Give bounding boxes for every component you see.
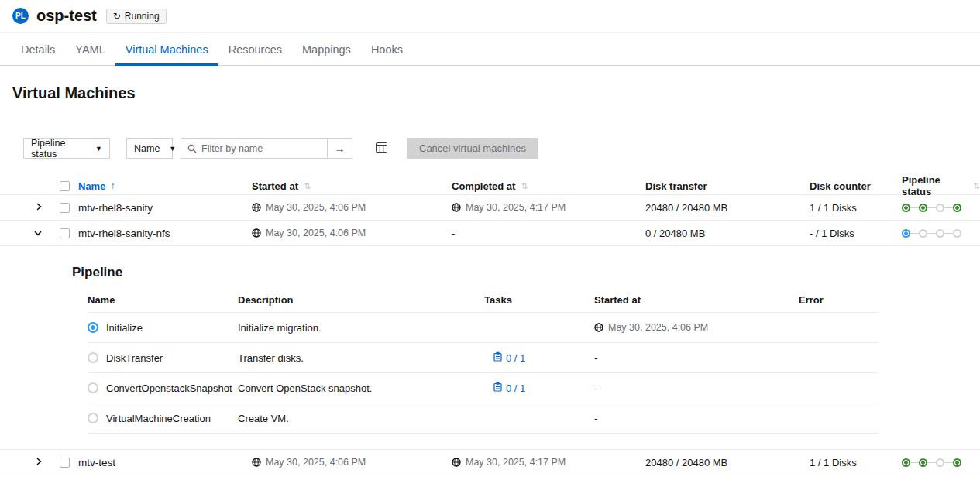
tab-mappings[interactable]: Mappings — [292, 33, 361, 66]
pipeline-column-description: Description — [238, 294, 484, 306]
sync-icon: ↻ — [113, 12, 121, 21]
plan-header: PL osp-test ↻ Running — [0, 0, 980, 33]
tab-virtual-machines[interactable]: Virtual Machines — [115, 33, 218, 66]
globe-icon — [252, 228, 261, 238]
pipeline-connector-line — [944, 462, 953, 463]
manage-columns-button[interactable] — [374, 141, 389, 156]
pipeline-section-title: Pipeline — [72, 265, 980, 280]
filter-category-dropdown[interactable]: Pipeline status ▼ — [23, 138, 110, 159]
step-name: DiskTransfer — [106, 352, 163, 364]
table-row: mtv-rhel8-sanity May 30, 2025, 4:06 PM M… — [0, 195, 980, 221]
table-row: mtv-test May 30, 2025, 4:06 PM May 30, 2… — [0, 450, 980, 475]
pipeline-step-dot-success[interactable] — [919, 204, 927, 212]
step-description: Create VM. — [238, 413, 484, 424]
chevron-down-icon — [33, 228, 43, 239]
apply-filter-button[interactable]: → — [327, 138, 352, 159]
expand-row-button[interactable] — [32, 199, 46, 217]
pipeline-step-dot-pending[interactable] — [953, 229, 961, 238]
tab-resources[interactable]: Resources — [218, 33, 292, 66]
pipeline-step-row: Initialize Initialize migration. May 30,… — [88, 313, 878, 343]
column-header-disk-counter: Disk counter — [810, 180, 899, 192]
step-tasks: 0 / 1 — [484, 382, 594, 394]
expand-row-button[interactable] — [32, 454, 46, 471]
pipeline-step-dot-success[interactable] — [902, 204, 910, 212]
pipeline-step-dot-pending[interactable] — [919, 229, 927, 238]
filter-by-name-input[interactable] — [201, 143, 321, 154]
step-description: Convert OpenStack snapshot. — [238, 382, 484, 394]
vm-disk-counter: 1 / 1 Disks — [810, 202, 899, 214]
globe-icon — [252, 203, 261, 212]
pipeline-connector-line — [910, 462, 919, 463]
vm-completed-at: May 30, 2025, 4:17 PM — [452, 457, 645, 468]
row-checkbox[interactable] — [60, 228, 70, 238]
pipeline-connector-line — [910, 207, 919, 208]
pipeline-step-dot-running[interactable] — [902, 229, 910, 238]
plan-status-badge[interactable]: ↻ Running — [106, 9, 167, 24]
vm-disk-transfer: 20480 / 20480 MB — [645, 202, 810, 214]
table-header-row: Name ↑ Started at ⇅ Completed at ⇅ Disk … — [0, 174, 980, 195]
vm-name: mtv-rhel8-sanity — [78, 202, 252, 214]
sort-icon: ⇅ — [521, 181, 528, 191]
vm-started-at: May 30, 2025, 4:06 PM — [252, 202, 452, 213]
chevron-down-icon: ▼ — [95, 145, 102, 153]
pipeline-step-dot-success[interactable] — [953, 458, 961, 467]
plan-status-label: Running — [125, 11, 160, 22]
vm-completed-at: May 30, 2025, 4:17 PM — [452, 202, 645, 213]
tab-details[interactable]: Details — [11, 33, 65, 66]
column-header-completed-at[interactable]: Completed at ⇅ — [452, 180, 645, 192]
chevron-right-icon — [35, 457, 43, 468]
step-status-pending-icon — [88, 413, 98, 423]
cancel-virtual-machines-button[interactable]: Cancel virtual machines — [407, 138, 538, 159]
vm-disk-transfer: 0 / 20480 MB — [645, 228, 810, 239]
row-checkbox[interactable] — [60, 203, 70, 213]
globe-icon — [452, 203, 461, 212]
page-title: Virtual Machines — [12, 84, 968, 102]
globe-icon — [252, 458, 261, 467]
step-status-pending-icon — [88, 382, 98, 393]
pipeline-connector-line — [910, 233, 919, 234]
column-header-pipeline-status[interactable]: Pipeline status ⇅ — [899, 174, 980, 197]
step-description: Transfer disks. — [238, 352, 484, 364]
pipeline-connector-line — [927, 207, 936, 208]
pipeline-step-dot-empty[interactable] — [936, 204, 944, 212]
tab-hooks[interactable]: Hooks — [361, 33, 413, 66]
select-all-checkbox[interactable] — [60, 181, 70, 191]
vm-started-at: May 30, 2025, 4:06 PM — [252, 457, 452, 468]
step-started-at: - — [594, 413, 799, 424]
pipeline-connector-line — [927, 233, 936, 234]
step-tasks: 0 / 1 — [484, 351, 594, 364]
pipeline-step-dot-success[interactable] — [953, 204, 961, 212]
sort-icon: ⇅ — [973, 181, 980, 191]
step-started-at: May 30, 2025, 4:06 PM — [594, 322, 799, 333]
sort-icon: ⇅ — [304, 181, 311, 191]
filter-category-label: Pipeline status — [31, 138, 86, 159]
pipeline-step-dot-success[interactable] — [902, 458, 910, 467]
plan-kind-badge: PL — [12, 8, 29, 24]
pipeline-step-row: DiskTransfer Transfer disks. 0 / 1 - — [88, 343, 878, 373]
tasks-icon — [493, 382, 502, 394]
vm-completed-at: - — [452, 228, 645, 239]
column-header-disk-transfer: Disk transfer — [645, 180, 810, 192]
pipeline-step-row: ConvertOpenstackSnapshot Convert OpenSta… — [88, 373, 878, 403]
pipeline-step-dot-empty[interactable] — [936, 458, 944, 467]
plan-title: osp-test — [36, 7, 97, 25]
pipeline-column-name: Name — [88, 294, 238, 306]
filter-attribute-dropdown[interactable]: Name ▼ — [126, 138, 173, 159]
vm-disk-counter: - / 1 Disks — [810, 228, 899, 239]
vm-table: Name ↑ Started at ⇅ Completed at ⇅ Disk … — [0, 174, 980, 475]
row-checkbox[interactable] — [60, 458, 70, 468]
pipeline-connector-line — [944, 233, 953, 234]
tab-yaml[interactable]: YAML — [65, 33, 115, 66]
vm-pipeline-status — [899, 458, 980, 467]
pipeline-step-dot-pending[interactable] — [936, 229, 944, 238]
collapse-row-button[interactable] — [30, 225, 46, 242]
step-started-at: - — [594, 382, 799, 394]
step-description: Initialize migration. — [238, 322, 484, 334]
column-header-started-at[interactable]: Started at ⇅ — [252, 180, 452, 192]
pipeline-column-tasks: Tasks — [484, 294, 594, 306]
filter-attribute-label: Name — [134, 143, 160, 154]
column-header-name[interactable]: Name ↑ — [78, 180, 252, 192]
vm-name: mtv-rhel8-sanity-nfs — [78, 228, 252, 239]
pipeline-step-dot-success[interactable] — [919, 458, 927, 467]
vm-pipeline-status — [899, 229, 980, 238]
